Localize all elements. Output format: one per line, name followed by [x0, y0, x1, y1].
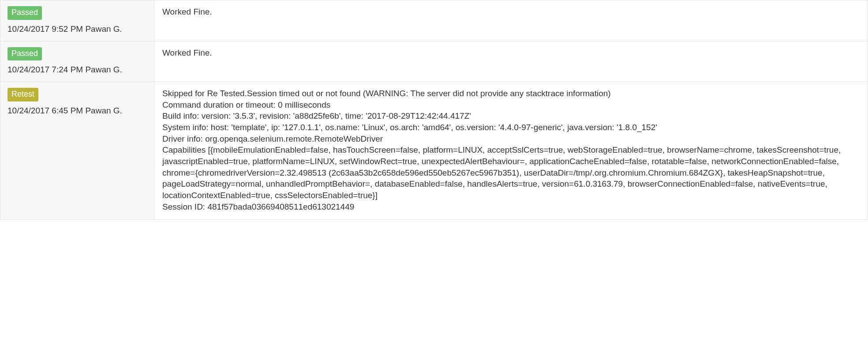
status-badge: Passed: [7, 6, 42, 20]
table-row: Passed 10/24/2017 7:24 PM Pawan G. Worke…: [0, 41, 868, 83]
row-meta-cell: Retest 10/24/2017 6:45 PM Pawan G.: [0, 82, 154, 219]
row-meta: 10/24/2017 6:45 PM Pawan G.: [7, 106, 147, 116]
row-meta-cell: Passed 10/24/2017 9:52 PM Pawan G.: [0, 0, 154, 41]
author: Pawan G.: [85, 24, 122, 34]
results-table: Passed 10/24/2017 9:52 PM Pawan G. Worke…: [0, 0, 868, 220]
table-row: Passed 10/24/2017 9:52 PM Pawan G. Worke…: [0, 0, 868, 41]
row-meta-cell: Passed 10/24/2017 7:24 PM Pawan G.: [0, 41, 154, 82]
timestamp: 10/24/2017 9:52 PM: [7, 24, 83, 34]
row-message: Worked Fine.: [154, 0, 868, 41]
row-message: Skipped for Re Tested.Session timed out …: [154, 82, 868, 219]
row-meta: 10/24/2017 9:52 PM Pawan G.: [7, 24, 147, 34]
status-badge: Passed: [7, 47, 42, 61]
author: Pawan G.: [85, 106, 122, 115]
row-message: Worked Fine.: [154, 41, 868, 82]
author: Pawan G.: [85, 65, 122, 74]
status-badge: Retest: [7, 88, 38, 101]
timestamp: 10/24/2017 6:45 PM: [7, 106, 83, 115]
timestamp: 10/24/2017 7:24 PM: [7, 65, 83, 74]
row-meta: 10/24/2017 7:24 PM Pawan G.: [7, 65, 147, 75]
table-row: Retest 10/24/2017 6:45 PM Pawan G. Skipp…: [0, 82, 868, 220]
